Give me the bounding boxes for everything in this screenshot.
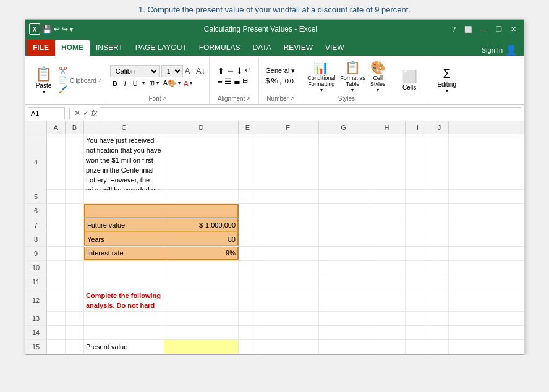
cell-b6[interactable]: [66, 204, 84, 218]
format-painter-button[interactable]: 🖌️: [59, 85, 67, 93]
italic-button[interactable]: I: [122, 79, 129, 88]
font-size-select[interactable]: 11: [161, 65, 183, 77]
cell-c9[interactable]: Interest rate: [84, 247, 164, 260]
cell-f4[interactable]: [257, 134, 319, 190]
cell-a15[interactable]: [47, 340, 66, 354]
format-table-dropdown[interactable]: ▾: [351, 87, 354, 93]
cell-b10[interactable]: [66, 261, 84, 275]
cell-e10[interactable]: [239, 261, 257, 275]
wrap-text-button[interactable]: ↵: [245, 66, 250, 75]
cell-d8[interactable]: 80: [164, 232, 239, 246]
cell-d15[interactable]: [164, 340, 239, 354]
cell-g7[interactable]: [319, 218, 368, 232]
underline-button[interactable]: U: [130, 79, 140, 88]
cell-d6[interactable]: [164, 204, 239, 218]
cell-i4[interactable]: [406, 134, 430, 190]
conditional-formatting-dropdown[interactable]: ▾: [320, 87, 323, 93]
cell-d11[interactable]: [164, 275, 239, 289]
cell-j7[interactable]: [430, 218, 449, 232]
cell-e7[interactable]: [239, 218, 257, 232]
cell-a4[interactable]: [47, 134, 66, 190]
cell-g6[interactable]: [319, 204, 368, 218]
cell-g4[interactable]: [319, 134, 368, 190]
cell-d12[interactable]: [164, 289, 239, 312]
row-num-6[interactable]: 6: [25, 204, 47, 218]
cell-b4[interactable]: [66, 134, 84, 190]
comma-button[interactable]: ,: [279, 76, 282, 85]
cell-g14[interactable]: [319, 326, 368, 339]
close-button[interactable]: ✕: [507, 25, 520, 33]
cell-g9[interactable]: [319, 247, 368, 260]
cell-i14[interactable]: [406, 326, 430, 339]
cell-h9[interactable]: [368, 247, 406, 260]
col-header-c[interactable]: C: [84, 121, 164, 134]
accounting-button[interactable]: $: [265, 76, 270, 85]
cell-b14[interactable]: [66, 326, 84, 339]
cell-f13[interactable]: [257, 312, 319, 325]
cell-j4[interactable]: [430, 134, 449, 190]
tab-review[interactable]: REVIEW: [278, 40, 319, 56]
cell-i6[interactable]: [406, 204, 430, 218]
cell-styles-dropdown[interactable]: ▾: [377, 87, 379, 93]
cell-h12[interactable]: [368, 289, 406, 312]
align-left-button[interactable]: ≡: [218, 77, 223, 86]
cell-h11[interactable]: [368, 275, 406, 289]
cell-b8[interactable]: [66, 232, 84, 246]
col-header-e[interactable]: E: [239, 121, 257, 134]
conditional-formatting-button[interactable]: 📊 ConditionalFormatting ▾: [306, 59, 336, 94]
font-color-dropdown[interactable]: ▾: [190, 80, 192, 86]
font-expand[interactable]: ↗: [162, 96, 166, 101]
cell-f15[interactable]: [257, 340, 319, 354]
save-icon[interactable]: 💾: [42, 25, 52, 34]
function-icon[interactable]: fx: [92, 109, 97, 117]
underline-dropdown[interactable]: ▾: [142, 80, 145, 86]
cell-e8[interactable]: [239, 232, 257, 246]
col-header-g[interactable]: G: [319, 121, 368, 134]
cell-c4[interactable]: You have just received notification that…: [84, 134, 164, 190]
cell-i8[interactable]: [406, 232, 430, 246]
font-name-select[interactable]: Calibri: [110, 65, 160, 77]
help-button[interactable]: ?: [448, 25, 459, 33]
cell-f12[interactable]: [257, 289, 319, 312]
cell-d9[interactable]: 9%: [164, 247, 239, 260]
cell-b12[interactable]: [66, 289, 84, 312]
border-button[interactable]: ⊞: [149, 79, 155, 87]
cell-c15[interactable]: Present value: [84, 340, 164, 354]
cell-g10[interactable]: [319, 261, 368, 275]
cell-d10[interactable]: [164, 261, 239, 275]
cut-button[interactable]: ✂️: [59, 67, 67, 75]
cell-h7[interactable]: [368, 218, 406, 232]
sign-in[interactable]: Sign In 👤: [477, 44, 522, 56]
align-middle-button[interactable]: ↔: [226, 66, 234, 75]
cell-i15[interactable]: [406, 340, 430, 354]
cell-a12[interactable]: [47, 289, 66, 312]
tab-file[interactable]: FILE: [27, 40, 55, 56]
cell-i13[interactable]: [406, 312, 430, 325]
col-header-j[interactable]: J: [430, 121, 449, 134]
cell-b15[interactable]: [66, 340, 84, 354]
fill-dropdown[interactable]: ▾: [178, 80, 181, 86]
row-num-13[interactable]: 13: [25, 312, 47, 325]
col-header-b[interactable]: B: [66, 121, 84, 134]
cell-b11[interactable]: [66, 275, 84, 289]
tab-page-layout[interactable]: PAGE LAYOUT: [129, 40, 193, 56]
col-header-h[interactable]: H: [368, 121, 406, 134]
tab-insert[interactable]: INSERT: [90, 40, 129, 56]
cell-c11[interactable]: [84, 275, 164, 289]
cell-g5[interactable]: [319, 190, 368, 203]
col-header-f[interactable]: F: [257, 121, 319, 134]
cell-e12[interactable]: [239, 289, 257, 312]
cell-c5[interactable]: [84, 190, 164, 203]
align-top-button[interactable]: ⬆: [218, 66, 224, 75]
cell-c10[interactable]: [84, 261, 164, 275]
cell-h14[interactable]: [368, 326, 406, 339]
cell-e14[interactable]: [239, 326, 257, 339]
confirm-icon[interactable]: ✓: [83, 109, 89, 117]
cell-c12[interactable]: Complete the following analysis. Do not …: [84, 289, 164, 312]
cell-j11[interactable]: [430, 275, 449, 289]
row-num-11[interactable]: 11: [25, 275, 47, 289]
cell-e11[interactable]: [239, 275, 257, 289]
cell-h15[interactable]: [368, 340, 406, 354]
cell-j5[interactable]: [430, 190, 449, 203]
cell-i9[interactable]: [406, 247, 430, 260]
